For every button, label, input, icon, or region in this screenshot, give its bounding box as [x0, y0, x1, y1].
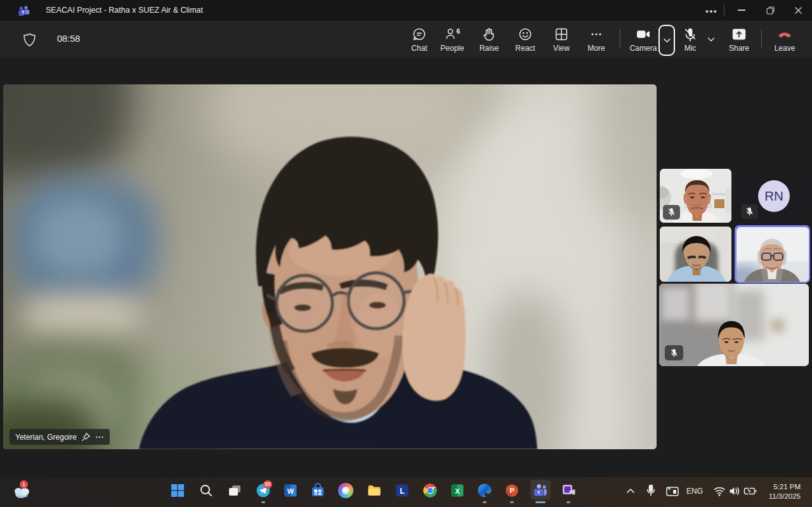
svg-text:T: T [22, 10, 25, 15]
svg-text:X: X [455, 487, 460, 495]
svg-text:6: 6 [457, 27, 461, 35]
svg-text:W: W [287, 487, 294, 495]
svg-text:T: T [537, 490, 540, 496]
svg-text:P: P [510, 487, 514, 494]
svg-text:L: L [400, 487, 404, 496]
